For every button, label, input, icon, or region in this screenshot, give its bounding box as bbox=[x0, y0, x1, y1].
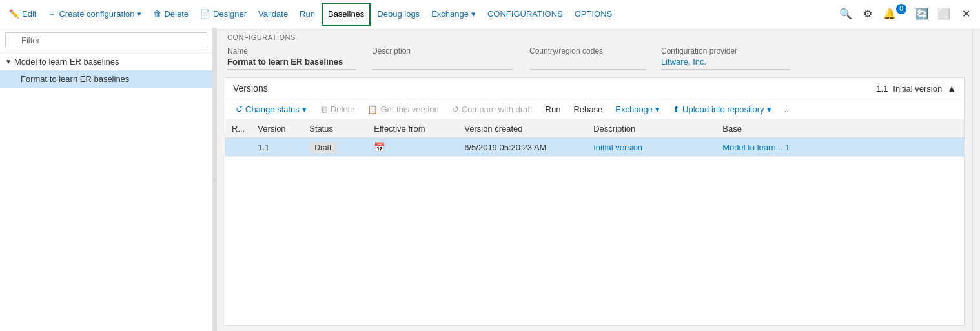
vertical-scrollbar[interactable] bbox=[972, 28, 980, 331]
config-country-label: Country/region codes bbox=[529, 46, 646, 55]
cell-version: 1.1 bbox=[251, 138, 303, 157]
versions-table-body: 1.1 Draft 📅 6/5/2019 05:20:23 AM Initial… bbox=[225, 138, 964, 157]
versions-exchange-button[interactable]: Exchange ▾ bbox=[610, 102, 665, 117]
filter-input[interactable] bbox=[5, 32, 207, 48]
config-header: CONFIGURATIONS Name Format to learn ER b… bbox=[217, 28, 972, 72]
debug-logs-button[interactable]: Debug logs bbox=[372, 3, 425, 26]
designer-icon: 📄 bbox=[200, 9, 210, 19]
versions-table-head: R... Version Status Effective from Versi… bbox=[225, 120, 964, 138]
config-section-label: CONFIGURATIONS bbox=[227, 34, 962, 41]
config-description-field: Description bbox=[372, 46, 514, 70]
tree-collapse-arrow: ▼ bbox=[5, 58, 12, 65]
content-area: CONFIGURATIONS Name Format to learn ER b… bbox=[217, 28, 972, 331]
cell-base: Model to learn... 1 bbox=[716, 138, 964, 157]
table-header-row: R... Version Status Effective from Versi… bbox=[225, 120, 964, 138]
versions-title: Versions bbox=[233, 83, 268, 94]
versions-panel: Versions 1.1 Initial version ▲ ↺ Change … bbox=[225, 77, 965, 326]
versions-exchange-dropdown-icon: ▾ bbox=[655, 105, 660, 114]
filter-wrapper: 🔍 bbox=[5, 32, 207, 48]
versions-run-button[interactable]: Run bbox=[540, 102, 566, 117]
upload-icon: ⬆ bbox=[673, 105, 680, 114]
change-status-icon: ↺ bbox=[236, 105, 243, 114]
tree-parent-label: Model to learn ER baselines bbox=[14, 57, 119, 66]
delete-button[interactable]: 🗑 Delete bbox=[148, 3, 194, 26]
search-button[interactable]: 🔍 bbox=[835, 4, 856, 25]
create-dropdown-icon: ▾ bbox=[137, 9, 141, 19]
config-name-value: Format to learn ER baselines bbox=[227, 57, 356, 70]
compare-icon: ↺ bbox=[452, 105, 459, 114]
settings-icon-button[interactable]: ⚙ bbox=[857, 4, 878, 25]
col-header-version[interactable]: Version bbox=[251, 120, 303, 138]
close-button[interactable]: ✕ bbox=[955, 4, 976, 25]
col-header-created[interactable]: Version created bbox=[458, 120, 587, 138]
add-icon: ＋ bbox=[48, 8, 56, 20]
versions-panel-header: Versions 1.1 Initial version ▲ bbox=[225, 78, 964, 99]
col-header-status[interactable]: Status bbox=[303, 120, 367, 138]
tree-child-label: Format to learn ER baselines bbox=[21, 74, 129, 84]
config-description-value bbox=[372, 57, 514, 70]
create-configuration-button[interactable]: ＋ Create configuration ▾ bbox=[43, 3, 147, 26]
version-name-display: Initial version bbox=[893, 84, 942, 94]
rebase-button[interactable]: Rebase bbox=[568, 102, 607, 117]
filter-box: 🔍 bbox=[0, 28, 212, 53]
cell-created: 6/5/2019 05:20:23 AM bbox=[458, 138, 587, 157]
configurations-button[interactable]: CONFIGURATIONS bbox=[482, 3, 568, 26]
get-this-version-button[interactable]: 📋 Get this version bbox=[362, 102, 444, 117]
exchange-dropdown-icon: ▾ bbox=[471, 9, 476, 19]
versions-collapse-button[interactable]: ▲ bbox=[947, 83, 956, 94]
col-header-description[interactable]: Description bbox=[587, 120, 716, 138]
validate-button[interactable]: Validate bbox=[253, 3, 293, 26]
change-status-dropdown-icon: ▾ bbox=[302, 105, 307, 114]
more-options-button[interactable]: ... bbox=[779, 102, 797, 117]
description-link[interactable]: Initial version bbox=[593, 143, 642, 152]
upload-dropdown-icon: ▾ bbox=[767, 105, 771, 114]
col-header-effective[interactable]: Effective from bbox=[367, 120, 458, 138]
main-layout: 🔍 ▼ Model to learn ER baselines Format t… bbox=[0, 28, 980, 331]
calendar-icon[interactable]: 📅 bbox=[374, 142, 385, 152]
tree-parent-item[interactable]: ▼ Model to learn ER baselines bbox=[0, 53, 212, 70]
version-number-display: 1.1 bbox=[876, 84, 888, 94]
config-country-field: Country/region codes bbox=[529, 46, 646, 70]
main-toolbar: ✏️ Edit ＋ Create configuration ▾ 🗑 Delet… bbox=[0, 0, 980, 28]
config-name-label: Name bbox=[227, 46, 356, 55]
exchange-button[interactable]: Exchange ▾ bbox=[426, 3, 481, 26]
cell-effective: 📅 bbox=[367, 138, 458, 157]
versions-info: 1.1 Initial version ▲ bbox=[876, 83, 956, 94]
change-status-button[interactable]: ↺ Change status ▾ bbox=[230, 102, 312, 117]
versions-table: R... Version Status Effective from Versi… bbox=[225, 120, 964, 157]
col-header-base[interactable]: Base bbox=[716, 120, 964, 138]
versions-delete-button[interactable]: 🗑 Delete bbox=[314, 102, 360, 117]
baselines-button[interactable]: Baselines bbox=[322, 3, 371, 26]
base-link[interactable]: Model to learn... 1 bbox=[722, 143, 790, 152]
config-description-label: Description bbox=[372, 46, 514, 55]
table-row[interactable]: 1.1 Draft 📅 6/5/2019 05:20:23 AM Initial… bbox=[225, 138, 964, 157]
edit-button[interactable]: ✏️ Edit bbox=[4, 3, 41, 26]
versions-toolbar: ↺ Change status ▾ 🗑 Delete 📋 Get this ve… bbox=[225, 99, 964, 120]
refresh-button[interactable]: 🔄 bbox=[912, 4, 932, 25]
notification-badge: 0 bbox=[896, 4, 906, 14]
versions-delete-icon: 🗑 bbox=[320, 105, 328, 114]
config-provider-field: Configuration provider Litware, Inc. bbox=[661, 46, 790, 70]
options-button[interactable]: OPTIONS bbox=[569, 3, 618, 26]
config-country-value bbox=[529, 57, 646, 70]
delete-icon: 🗑 bbox=[153, 9, 161, 19]
upload-into-repository-button[interactable]: ⬆ Upload into repository ▾ bbox=[668, 102, 776, 117]
edit-icon: ✏️ bbox=[9, 9, 19, 19]
run-button[interactable]: Run bbox=[294, 3, 320, 26]
compare-with-draft-button[interactable]: ↺ Compare with draft bbox=[447, 102, 538, 117]
cell-status: Draft bbox=[303, 138, 367, 157]
config-provider-value[interactable]: Litware, Inc. bbox=[661, 57, 790, 70]
tree-child-item[interactable]: Format to learn ER baselines bbox=[0, 70, 212, 88]
config-provider-label: Configuration provider bbox=[661, 46, 790, 55]
sidebar: 🔍 ▼ Model to learn ER baselines Format t… bbox=[0, 28, 213, 331]
cell-r bbox=[225, 138, 251, 157]
restore-button[interactable]: ⬜ bbox=[934, 4, 954, 25]
config-fields: Name Format to learn ER baselines Descri… bbox=[227, 46, 962, 70]
versions-table-container: R... Version Status Effective from Versi… bbox=[225, 120, 964, 325]
config-name-field: Name Format to learn ER baselines bbox=[227, 46, 356, 70]
designer-button[interactable]: 📄 Designer bbox=[195, 3, 252, 26]
status-draft-badge: Draft bbox=[309, 142, 336, 154]
cell-description: Initial version bbox=[587, 138, 716, 157]
get-version-icon: 📋 bbox=[367, 105, 378, 114]
col-header-r: R... bbox=[225, 120, 251, 138]
